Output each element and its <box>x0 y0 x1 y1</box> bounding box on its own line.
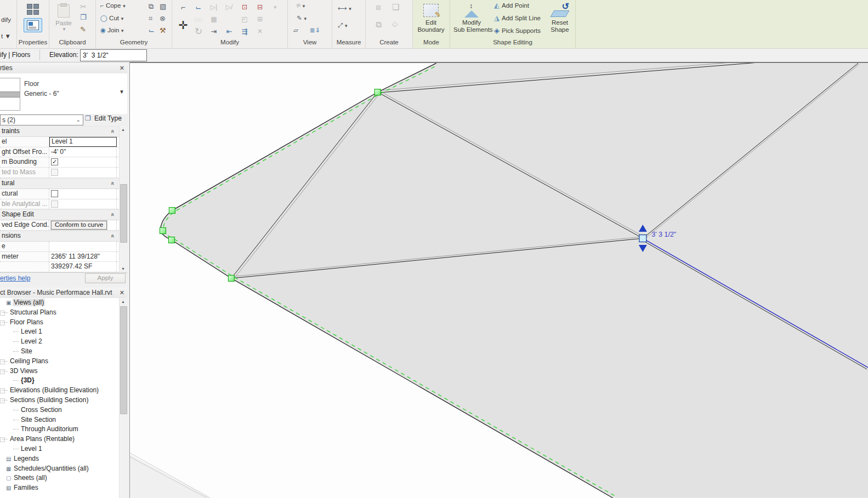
scroll-up-icon[interactable]: ▲ <box>120 298 127 305</box>
tree-expand-icon[interactable] <box>0 359 5 364</box>
tree-expand-icon[interactable] <box>0 369 5 374</box>
cope-button[interactable]: ⌐ Cope▼ <box>100 2 126 9</box>
property-value[interactable]: 2365' 11 39/128" <box>49 252 117 262</box>
temporary-hide-isolate-button[interactable]: ≣⇓ <box>310 26 320 34</box>
selected-vertex-handle[interactable] <box>639 235 646 242</box>
tree-item-floor-plans[interactable]: Floor Plans <box>0 318 120 328</box>
create-assembly-icon[interactable]: ⧉ <box>376 20 382 30</box>
delete-icon[interactable]: ✕ <box>257 27 263 35</box>
properties-help-link[interactable]: erties help <box>0 274 30 282</box>
tree-expand-icon[interactable] <box>0 311 5 316</box>
vertex-handle-left-lower[interactable] <box>168 237 174 243</box>
vertex-handle-bottom[interactable] <box>228 276 234 282</box>
scrollbar-thumb[interactable] <box>120 306 127 414</box>
copy-element-icon[interactable]: ◌◌ <box>194 15 202 24</box>
selection-filter-combo[interactable]: s (2) ⌄ <box>0 115 83 125</box>
tree-expand-icon[interactable] <box>0 320 5 325</box>
reset-shape-button[interactable]: ↺ Reset Shape <box>548 2 572 33</box>
tree-item-area-plans-rentable[interactable]: Area Plans (Rentable) <box>0 434 120 444</box>
tree-item-site[interactable]: Site <box>0 347 120 357</box>
beam-system-icon[interactable]: ⌗ <box>149 14 152 23</box>
modify-sub-elements-button[interactable]: ↕ Modify Sub Elements <box>453 2 490 33</box>
opening-icon[interactable]: ⊗ <box>160 14 166 22</box>
vertex-handle-left-upper[interactable] <box>169 208 175 214</box>
rotate-icon[interactable]: ↻ <box>195 26 202 37</box>
tree-item-cross-section[interactable]: Cross Section <box>0 405 120 415</box>
checkbox[interactable] <box>51 201 58 208</box>
project-browser-titlebar[interactable]: ct Browser - Music Performace Hall.rvt ✕ <box>0 288 127 299</box>
property-section-header[interactable]: Shape Edit« <box>0 209 120 220</box>
scroll-up-icon[interactable]: ▲ <box>120 126 127 133</box>
tree-item-through-auditorium[interactable]: Through Auditorium <box>0 425 120 434</box>
properties-scrollbar[interactable]: ▲ ▼ <box>119 126 127 272</box>
property-value[interactable] <box>49 189 117 199</box>
move-icon[interactable]: ✛ <box>179 19 188 32</box>
tree-item-level-2[interactable]: Level 2 <box>0 337 120 347</box>
demolish-hammer-icon[interactable]: ⚒ <box>160 26 166 35</box>
measure-button[interactable]: ⟷▼ <box>338 4 352 12</box>
browser-scrollbar[interactable]: ▲ <box>119 298 127 498</box>
create-parts-icon[interactable]: ◇ <box>392 20 398 28</box>
property-value[interactable] <box>49 168 117 178</box>
property-value[interactable]: ✓ <box>49 157 117 167</box>
tree-item-level-1[interactable]: Level 1 <box>0 327 120 337</box>
tree-item-site-section[interactable]: Site Section <box>0 415 120 425</box>
vertex-handle-top[interactable] <box>375 89 381 95</box>
type-selector[interactable]: Floor Generic - 6" ▼ <box>0 73 127 115</box>
conform-to-curve-button[interactable]: Conform to curve <box>51 221 107 230</box>
trim-multiple-icon[interactable]: ⇶ <box>242 27 248 36</box>
add-split-line-button[interactable]: ◮Add Split Line <box>494 14 541 25</box>
select-dropdown-partial[interactable]: t ▼ <box>1 33 11 39</box>
checkbox[interactable] <box>51 190 58 197</box>
apply-button[interactable]: Apply <box>85 273 126 283</box>
cut-geometry-button[interactable]: ◯ Cut▼ <box>100 14 124 22</box>
unpin-icon[interactable]: ⌖ <box>274 3 277 11</box>
checkbox[interactable]: ✓ <box>51 158 58 165</box>
vertex-handle-left-mid[interactable] <box>160 228 166 234</box>
properties-button[interactable] <box>19 1 47 32</box>
property-value[interactable] <box>49 199 117 209</box>
edit-type-button[interactable]: ❐ Edit Type <box>85 115 122 125</box>
tree-expand-icon[interactable] <box>0 437 5 442</box>
corner-join-icon[interactable]: ⌐ <box>181 3 185 12</box>
align-icon[interactable]: ⇥ <box>211 27 217 36</box>
scale-icon[interactable]: ◰ <box>241 15 247 23</box>
mirror-draw-icon[interactable]: ▷/ <box>226 3 233 11</box>
tree-item-sections-building-section[interactable]: Sections (Building Section) <box>0 396 120 405</box>
create-group-icon[interactable]: ⧈ <box>376 2 381 12</box>
mirror-axis-icon[interactable]: ▷| <box>211 3 217 11</box>
profile-edit-icon[interactable]: ⌙ <box>149 26 155 35</box>
tree-item-schedules-quantities-all[interactable]: ▦Schedules/Quantities (all) <box>0 464 120 474</box>
chevron-down-icon[interactable]: ▼ <box>119 89 124 95</box>
copy-icon[interactable]: ❐ <box>80 13 87 21</box>
tree-item-elevations-building-elevation[interactable]: Elevations (Building Elevation) <box>0 386 120 396</box>
modify-button-partial[interactable]: dify <box>1 16 11 23</box>
split-gap-icon[interactable]: ⊟ <box>257 3 263 11</box>
cut-icon[interactable]: ✂ <box>80 2 87 11</box>
tree-item-families[interactable]: ▧Families <box>0 483 120 493</box>
floor-surface[interactable] <box>161 63 868 497</box>
array-icon[interactable]: ▦ <box>211 15 217 23</box>
checkbox[interactable] <box>51 169 58 176</box>
aligned-dimension-button[interactable]: ⤢▼ <box>338 22 348 29</box>
tree-item-legends[interactable]: ▤Legends <box>0 454 120 464</box>
tree-item-level-1[interactable]: Level 1 <box>0 444 120 454</box>
property-value[interactable]: 339297.42 SF <box>49 262 117 272</box>
tree-item-3d[interactable]: {3D} <box>0 376 120 386</box>
join-button[interactable]: ◉ Join▼ <box>100 26 124 34</box>
pick-supports-button[interactable]: ◈Pick Supports <box>494 26 541 37</box>
override-graphics-button[interactable]: ✎▼ <box>297 14 308 22</box>
property-section-header[interactable]: nsions« <box>0 231 120 242</box>
wall-joins-icon[interactable]: ⧉ <box>149 2 154 11</box>
offset-icon[interactable]: ⌙ <box>196 3 202 12</box>
scrollbar-thumb[interactable] <box>120 184 127 243</box>
tree-item-ceiling-plans[interactable]: Ceiling Plans <box>0 357 120 367</box>
properties-titlebar[interactable]: rties ✕ <box>0 63 127 74</box>
match-type-icon[interactable]: ✎ <box>80 25 86 33</box>
close-icon[interactable]: ✕ <box>120 63 124 73</box>
elevation-input[interactable] <box>80 49 147 61</box>
edit-boundary-button[interactable]: Edit Boundary <box>417 2 445 33</box>
add-point-button[interactable]: ◭Add Point <box>494 1 529 12</box>
property-section-header[interactable]: traints« <box>0 126 120 137</box>
trim-corner-icon[interactable]: ⇤ <box>226 27 232 36</box>
